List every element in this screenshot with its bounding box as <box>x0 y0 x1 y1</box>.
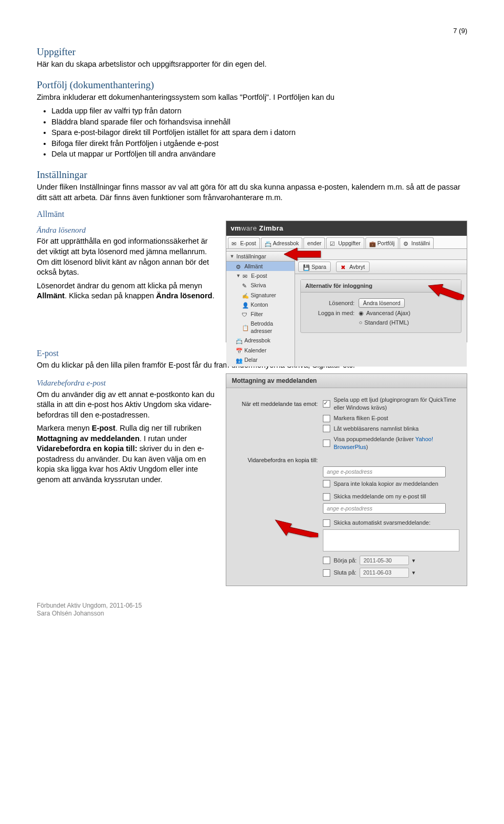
tab-portfolj[interactable]: 💼Portfölj <box>365 237 398 248</box>
share-icon: 👥 <box>236 357 242 363</box>
text: . <box>212 291 214 300</box>
logo-zimbra: Zimbra <box>257 224 283 232</box>
sidebar-item-adressbok[interactable]: 📇Adressbok <box>226 336 295 345</box>
radio-advanced[interactable]: ◉Avancerad (Ajax) <box>359 309 410 317</box>
zimbra-logo-bar: vmware Zimbra <box>226 221 467 236</box>
sidebar-item-konton[interactable]: 👤Konton <box>226 300 295 309</box>
gear-icon: ⚙ <box>236 263 242 269</box>
chevron-down-icon[interactable]: ▾ <box>412 557 415 565</box>
checkbox-end[interactable] <box>323 569 330 577</box>
logo-ware: ware <box>241 224 257 232</box>
sidebar-item-kalender[interactable]: 📅Kalender <box>226 346 295 355</box>
tab-label: Portfölj <box>377 239 395 247</box>
sidebar-label: Skriva <box>250 281 266 289</box>
checkbox-label: Skicka meddelande om ny e-post till <box>333 493 426 500</box>
tab-installningar[interactable]: ⚙Inställni <box>400 237 434 248</box>
heading-portfolj: Portfölj (dokumenthantering) <box>37 78 467 92</box>
para-portfolj-intro: Zimbra inkluderar ett dokumenhanteringss… <box>37 92 467 103</box>
shield-icon: 🛡 <box>242 311 248 317</box>
list-item: Spara e-post-bilagor direkt till Portföl… <box>51 128 467 138</box>
para-vidare-1: Om du använder dig av ett annat e-postko… <box>37 390 217 421</box>
label-nar: När ett meddelande tas emot: <box>234 400 323 408</box>
red-arrow-icon <box>284 246 321 262</box>
radio-icon: ◉ <box>359 309 364 317</box>
radio-icon: ○ <box>359 319 362 327</box>
sidebar-item-epost[interactable]: ▼✉E-post <box>226 271 295 280</box>
text: Markera menyn <box>37 424 92 432</box>
forward-address-input[interactable]: ange e-postadress <box>323 466 446 477</box>
panel-header-mottagning: Mottagning av meddelanden <box>226 374 467 388</box>
end-date-input[interactable]: 2011-06-03 <box>360 568 409 577</box>
tab-label: E-post <box>240 239 256 247</box>
sidebar-item-allmant[interactable]: ⚙Allmänt <box>226 262 295 271</box>
footer-line-2: Sara Ohlsén Johansson <box>37 610 467 618</box>
para-installningar: Under fliken Inställningar finns massor … <box>37 182 467 203</box>
checkbox-autoreply[interactable] <box>323 519 330 527</box>
sidebar-label: Filter <box>250 310 262 318</box>
para-uppgifter: Här kan du skapa arbetslistor och uppgif… <box>37 59 467 70</box>
text: . I rutan under <box>140 434 187 443</box>
sidebar-item-signaturer[interactable]: ✍Signaturer <box>226 290 295 300</box>
checkbox-notify[interactable] <box>323 493 330 500</box>
checkbox-label: Visa popupmeddelande (kräver Yahoo! Brow… <box>333 435 459 451</box>
tab-epost[interactable]: ✉E-post <box>228 237 259 248</box>
cancel-icon: ✖ <box>341 264 347 270</box>
mail-icon: ✉ <box>232 240 238 246</box>
change-password-button[interactable]: Ändra lösenord <box>359 298 404 308</box>
label-vidarebefordra: Vidarebefordra en kopia till: <box>234 456 323 464</box>
heading-installningar: Inställningar <box>37 168 467 182</box>
sidebar-label: Konton <box>250 301 268 308</box>
radio-standard[interactable]: ○Standard (HTML) <box>359 319 409 327</box>
sidebar-label: Allmänt <box>244 263 262 270</box>
tab-uppgifter[interactable]: ☑Uppgifter <box>326 237 364 248</box>
text-bold: Mottagning av meddelanden <box>37 434 140 443</box>
footer: Förbundet Aktiv Ungdom, 2011-06-15 Sara … <box>37 602 467 618</box>
page-number: 7 (9) <box>37 26 467 36</box>
button-label: Spara <box>311 263 326 270</box>
sidebar-label: Adressbok <box>244 337 270 344</box>
red-arrow-icon <box>271 518 318 537</box>
tab-label: ender <box>307 239 321 247</box>
checkbox-label: Spela upp ett ljud (pluginprogram för Qu… <box>333 396 459 412</box>
start-date-input[interactable]: 2011-05-30 <box>360 556 409 565</box>
main-tabs: ✉E-post 📇Adressbok ender ☑Uppgifter 💼Por… <box>226 236 467 249</box>
checkbox-sound[interactable] <box>323 400 330 408</box>
expand-icon[interactable]: ▼ <box>236 273 240 279</box>
radio-label: Standard (HTML) <box>364 319 409 327</box>
list-item: Dela ut mappar ur Portföljen till andra … <box>51 149 467 160</box>
sidebar-title: Inställningar <box>236 253 266 260</box>
sidebar-item-skriva[interactable]: ✎Skriva <box>226 280 295 290</box>
text-bold: E-post <box>92 424 116 432</box>
notify-address-input[interactable]: ange e-postadress <box>323 503 446 514</box>
autoreply-textarea[interactable] <box>323 529 459 551</box>
tab-label: Uppgifter <box>338 239 361 247</box>
logo-vm: vm <box>230 224 241 232</box>
checkbox-label: Markera fliken E-post <box>333 414 388 422</box>
heading-vidarebefordra: Vidarebefordra e-post <box>37 378 217 388</box>
label-borja: Börja på: <box>333 557 356 565</box>
checkbox-no-local[interactable] <box>323 480 330 487</box>
text-bold: Allmänt <box>37 291 65 300</box>
checkbox-start[interactable] <box>323 557 330 564</box>
chevron-down-icon[interactable]: ▾ <box>412 569 415 577</box>
checkbox-label: Spara inte lokala kopior av meddelanden <box>333 480 438 488</box>
sidebar-item-filter[interactable]: 🛡Filter <box>226 309 295 319</box>
checkbox-blink[interactable] <box>323 425 330 432</box>
sidebar-label: Signaturer <box>250 291 276 299</box>
save-button[interactable]: 💾Spara <box>298 262 331 272</box>
tab-label: Adressbok <box>273 239 299 247</box>
user-icon: 👤 <box>242 301 248 308</box>
screenshot-mottagning: Mottagning av meddelanden När ett meddel… <box>226 373 467 586</box>
checkbox-label: Skicka automatiskt svarsmeddelande: <box>333 519 430 527</box>
text: . Rulla dig ner till rubriken <box>116 424 202 432</box>
sidebar-item-betrodda[interactable]: 📋Betrodda adresser <box>226 319 295 336</box>
svg-marker-0 <box>284 248 321 260</box>
sidebar-label: E-post <box>251 272 267 279</box>
heading-allmant: Allmänt <box>37 208 467 220</box>
checkbox-popup[interactable] <box>323 440 330 447</box>
red-arrow-icon <box>427 284 464 300</box>
checkbox-mark-tab[interactable] <box>323 415 330 422</box>
cancel-button[interactable]: ✖Avbryt <box>336 262 370 272</box>
collapse-icon[interactable]: ▼ <box>229 253 234 259</box>
sidebar-item-delar[interactable]: 👥Delar <box>226 355 295 364</box>
